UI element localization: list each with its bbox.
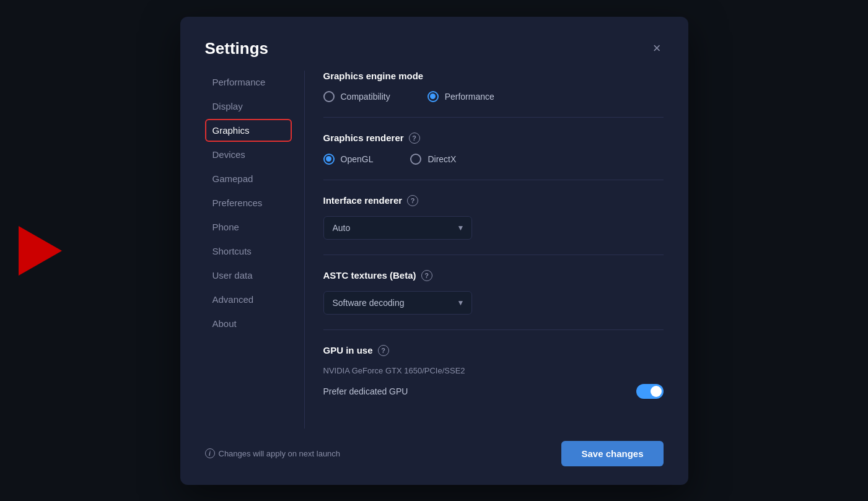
info-icon: i — [205, 448, 215, 458]
settings-sidebar: Performance Display Graphics Devices Gam… — [205, 71, 304, 429]
sidebar-item-gamepad[interactable]: Gamepad — [205, 167, 292, 190]
interface-renderer-select[interactable]: Auto OpenGL DirectX — [323, 216, 472, 240]
sidebar-item-user-data[interactable]: User data — [205, 264, 292, 287]
gpu-in-use-help-icon[interactable]: ? — [378, 345, 389, 356]
radio-circle-compatibility — [323, 91, 335, 102]
close-button[interactable]: × — [651, 39, 664, 58]
radio-circle-opengl — [323, 154, 335, 165]
interface-renderer-section: Interface renderer ? Auto OpenGL DirectX… — [323, 195, 664, 255]
graphics-renderer-help-icon[interactable]: ? — [409, 133, 420, 144]
gpu-in-use-title: GPU in use ? — [323, 345, 664, 356]
radio-performance[interactable]: Performance — [427, 91, 494, 102]
sidebar-item-phone[interactable]: Phone — [205, 216, 292, 238]
astc-textures-title: ASTC textures (Beta) ? — [323, 270, 664, 281]
modal-body: Performance Display Graphics Devices Gam… — [180, 71, 688, 429]
graphics-renderer-section: Graphics renderer ? OpenGL DirectX — [323, 133, 664, 180]
sidebar-item-about[interactable]: About — [205, 312, 292, 335]
radio-directx[interactable]: DirectX — [410, 154, 456, 165]
graphics-engine-mode-options: Compatibility Performance — [323, 91, 664, 102]
astc-textures-section: ASTC textures (Beta) ? Software decoding… — [323, 270, 664, 330]
graphics-engine-mode-section: Graphics engine mode Compatibility Perfo… — [323, 71, 664, 118]
sidebar-item-graphics[interactable]: Graphics — [205, 119, 292, 142]
sidebar-item-devices[interactable]: Devices — [205, 143, 292, 166]
sidebar-item-advanced[interactable]: Advanced — [205, 288, 292, 311]
modal-footer: i Changes will apply on next launch Save… — [180, 429, 688, 485]
astc-textures-help-icon[interactable]: ? — [421, 270, 432, 281]
gpu-name: NVIDIA GeForce GTX 1650/PCIe/SSE2 — [323, 366, 664, 375]
interface-renderer-help-icon[interactable]: ? — [407, 195, 418, 206]
save-changes-button[interactable]: Save changes — [561, 441, 663, 466]
sidebar-item-performance[interactable]: Performance — [205, 71, 292, 94]
graphics-engine-mode-title: Graphics engine mode — [323, 71, 664, 81]
radio-circle-performance — [427, 91, 439, 102]
prefer-dedicated-gpu-label: Prefer dedicated GPU — [323, 386, 408, 396]
prefer-dedicated-gpu-row: Prefer dedicated GPU — [323, 384, 664, 399]
graphics-renderer-options: OpenGL DirectX — [323, 154, 664, 165]
sidebar-item-preferences[interactable]: Preferences — [205, 191, 292, 214]
radio-opengl[interactable]: OpenGL — [323, 154, 374, 165]
sidebar-item-shortcuts[interactable]: Shortcuts — [205, 240, 292, 263]
arrow-indicator — [19, 226, 62, 276]
sidebar-item-display[interactable]: Display — [205, 95, 292, 118]
astc-textures-select[interactable]: Software decoding Hardware decoding Disa… — [323, 291, 472, 315]
radio-label-directx: DirectX — [427, 154, 456, 164]
interface-renderer-select-wrapper: Auto OpenGL DirectX ▼ — [323, 216, 472, 240]
footer-note: i Changes will apply on next launch — [205, 448, 341, 458]
radio-label-opengl: OpenGL — [341, 154, 374, 164]
interface-renderer-title: Interface renderer ? — [323, 195, 664, 206]
graphics-renderer-title: Graphics renderer ? — [323, 133, 664, 144]
footer-note-text: Changes will apply on next launch — [219, 449, 341, 458]
modal-header: Settings × — [180, 17, 688, 71]
radio-label-compatibility: Compatibility — [341, 92, 390, 102]
radio-compatibility[interactable]: Compatibility — [323, 91, 390, 102]
modal-title: Settings — [205, 39, 269, 58]
gpu-in-use-section: GPU in use ? NVIDIA GeForce GTX 1650/PCI… — [323, 345, 664, 414]
settings-content: Graphics engine mode Compatibility Perfo… — [304, 71, 664, 429]
prefer-dedicated-gpu-toggle[interactable] — [636, 384, 664, 399]
radio-label-performance: Performance — [445, 92, 494, 102]
settings-modal: Settings × Performance Display Graphics … — [180, 17, 688, 485]
radio-circle-directx — [410, 154, 421, 165]
astc-textures-select-wrapper: Software decoding Hardware decoding Disa… — [323, 291, 472, 315]
